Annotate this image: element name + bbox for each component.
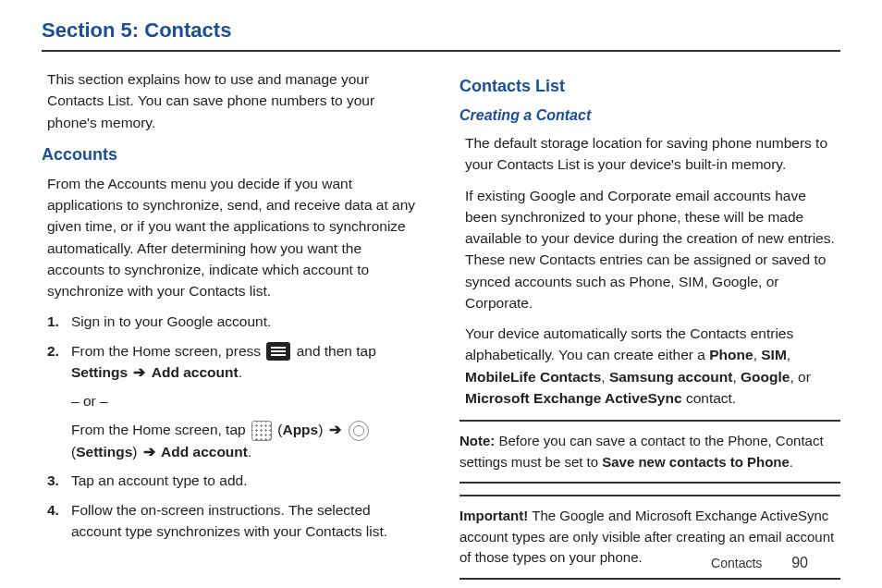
step-number: 3. <box>47 470 71 491</box>
paragraph: The default storage location for saving … <box>465 132 840 176</box>
step-body: Tap an account type to add. <box>71 470 423 491</box>
text: and then tap <box>292 343 376 359</box>
contacts-list-heading: Contacts List <box>459 74 840 99</box>
steps-list: 1. Sign in to your Google account. 2. Fr… <box>47 311 423 542</box>
add-account-label: Add account <box>161 444 248 459</box>
text: . <box>790 454 793 470</box>
settings-label: Settings <box>71 364 128 380</box>
section-title: Section 5: Contacts <box>42 18 840 52</box>
sim-label: SIM <box>761 347 787 362</box>
text: , <box>601 369 609 385</box>
step-number: 1. <box>47 311 71 332</box>
menu-icon <box>266 342 290 361</box>
creating-contact-heading: Creating a Contact <box>459 104 840 127</box>
page-footer: Contacts 90 <box>711 555 808 571</box>
google-label: Google <box>741 369 790 385</box>
or-divider: – or – <box>71 390 423 411</box>
step-alt: From the Home screen, tap (Apps) ➔ (Sett… <box>71 419 423 462</box>
right-column: Contacts List Creating a Contact The def… <box>459 68 840 588</box>
text: From the Home screen, press <box>71 343 264 359</box>
text: ) <box>318 422 326 437</box>
step-4: 4. Follow the on-screen instructions. Th… <box>47 499 423 543</box>
accounts-paragraph: From the Accounts menu you decide if you… <box>47 173 423 302</box>
paragraph: Your device automatically sorts the Cont… <box>465 323 840 409</box>
save-new-contacts-label: Save new contacts to Phone <box>602 454 790 470</box>
step-number: 4. <box>47 499 71 543</box>
step-body: From the Home screen, press and then tap… <box>71 340 423 463</box>
text: , <box>732 369 741 385</box>
note-label: Note: <box>459 433 499 448</box>
text: . <box>239 364 242 380</box>
settings-icon <box>349 421 369 441</box>
samsung-label: Samsung account <box>609 369 733 385</box>
left-column: This section explains how to use and man… <box>42 68 423 588</box>
text: , <box>753 347 762 362</box>
page-number: 90 <box>791 555 808 570</box>
apps-label: Apps <box>282 422 318 437</box>
step-2: 2. From the Home screen, press and then … <box>47 340 423 463</box>
step-body: Sign in to your Google account. <box>71 311 423 332</box>
text: , <box>787 347 790 362</box>
settings-label: Settings <box>76 444 132 459</box>
step-3: 3. Tap an account type to add. <box>47 470 423 491</box>
text: ) <box>132 444 141 459</box>
text: From the Home screen, tap <box>71 422 250 437</box>
accounts-heading: Accounts <box>42 142 423 167</box>
arrow-icon: ➔ <box>129 364 150 380</box>
step-number: 2. <box>47 340 71 463</box>
content-columns: This section explains how to use and man… <box>42 68 840 588</box>
important-label: Important! <box>459 508 532 523</box>
step-body: Follow the on-screen instructions. The s… <box>71 499 423 543</box>
arrow-icon: ➔ <box>143 444 159 459</box>
step-1: 1. Sign in to your Google account. <box>47 311 423 332</box>
text: . <box>248 444 251 459</box>
add-account-label: Add account <box>152 364 239 380</box>
text: contact. <box>682 390 737 406</box>
intro-paragraph: This section explains how to use and man… <box>47 68 423 133</box>
text: , or <box>790 369 810 385</box>
footer-section: Contacts <box>711 556 762 570</box>
arrow-icon: ➔ <box>329 422 345 437</box>
apps-icon <box>251 421 272 441</box>
paragraph: If existing Google and Corporate email a… <box>465 185 840 314</box>
mobilelife-label: MobileLife Contacts <box>465 369 601 385</box>
msexchange-label: Microsoft Exchange ActiveSync <box>465 390 682 406</box>
note-block: Note: Before you can save a contact to t… <box>459 420 840 484</box>
phone-label: Phone <box>709 347 753 362</box>
